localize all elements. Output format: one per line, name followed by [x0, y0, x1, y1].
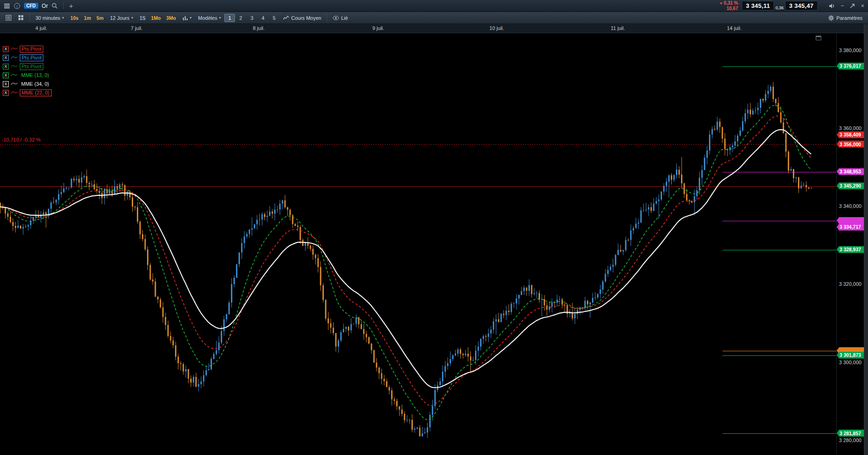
models-dropdown[interactable]: Modèles▾	[195, 14, 224, 22]
range-preset-button[interactable]: 1S	[137, 14, 148, 22]
indicator-label[interactable]: MME (34, 0)	[20, 81, 51, 87]
page-list-icon[interactable]	[3, 13, 14, 22]
chart-type-icon	[182, 15, 188, 21]
change-absolute: 10,67	[727, 6, 738, 11]
price-tick-label: 3 280,000	[839, 437, 862, 443]
indicator-label[interactable]: MME (13, 0)	[20, 72, 51, 78]
remove-indicator-button[interactable]: X	[3, 55, 9, 61]
legend-row: XMME (13, 0)	[3, 71, 52, 79]
close-button[interactable]: ×	[861, 3, 864, 9]
average-icon	[283, 16, 289, 20]
price-level-badge: 3 376,017	[837, 63, 864, 70]
change-percent: 0,31 %	[724, 0, 738, 6]
date-tick-label: 14 juil.	[727, 25, 742, 31]
divider	[29, 14, 30, 21]
search-icon[interactable]	[52, 3, 58, 9]
chevron-down-icon: ▾	[190, 16, 192, 20]
indicator-line-icon	[11, 82, 18, 86]
price-tick-label: 3 380,000	[839, 47, 862, 53]
spread-value: 0,36	[775, 6, 784, 10]
price-axis[interactable]: 3 380,0003 360,0003 340,0003 320,0003 30…	[836, 33, 864, 455]
add-tab-button[interactable]: +	[69, 3, 73, 9]
timeframe-dropdown[interactable]: 30 minutes▾	[33, 14, 67, 22]
layout-button[interactable]: 5	[269, 14, 279, 22]
indicator-label[interactable]: Pts Pivot	[20, 46, 43, 53]
legend-row: XPts Pivot	[3, 63, 52, 70]
remove-indicator-button[interactable]: X	[3, 81, 9, 87]
menu-icon[interactable]	[4, 3, 10, 9]
legend-row: XMME (22, 0)	[3, 89, 52, 96]
indicator-label[interactable]: Pts Pivot	[20, 54, 43, 61]
date-tick-label: 9 juil.	[372, 25, 384, 31]
price-tick-label: 3 340,000	[839, 203, 862, 209]
indicator-label[interactable]: MME (22, 0)	[20, 89, 52, 96]
minimize-button[interactable]: −	[841, 3, 845, 9]
price-level-badge-hidden	[837, 217, 864, 224]
indicator-line-icon	[11, 55, 18, 60]
time-preset-button[interactable]: 1m	[81, 14, 94, 22]
down-triangle-icon: ▼	[719, 1, 723, 6]
layout-button[interactable]: 3	[247, 14, 257, 22]
price-level-badge: 3 281,857	[837, 430, 864, 437]
layout-button[interactable]: 4	[258, 14, 268, 22]
divider	[63, 2, 64, 9]
remove-indicator-button[interactable]: X	[3, 64, 9, 70]
time-preset-button[interactable]: 10s	[68, 14, 82, 22]
date-tick-label: 4 juil.	[35, 25, 47, 31]
chevron-down-icon: ▾	[219, 16, 221, 20]
indicator-line-icon	[11, 73, 18, 77]
indicator-line-icon	[11, 47, 18, 51]
date-axis[interactable]: 4 juil.7 juil.8 juil.9 juil.10 juil.11 j…	[0, 24, 868, 33]
time-presets: 10s1m5m	[68, 14, 106, 22]
detach-icon[interactable]	[815, 34, 821, 42]
remove-indicator-button[interactable]: X	[3, 72, 9, 78]
indicator-label[interactable]: Pts Pivot	[20, 63, 43, 70]
remove-indicator-button[interactable]: X	[3, 90, 9, 96]
indicator-legend: XPts PivotXPts PivotXPts PivotXMME (13, …	[3, 45, 52, 96]
date-tick-label: 7 juil.	[131, 25, 143, 31]
ask-price: 3 345,47	[785, 1, 818, 11]
layout-button[interactable]: 1	[224, 14, 235, 22]
legend-row: XPts Pivot	[3, 54, 52, 61]
price-level-badge: 3 348,953	[837, 168, 864, 175]
range-dropdown[interactable]: 12 Jours▾	[107, 14, 136, 22]
price-chart-canvas[interactable]	[0, 33, 836, 455]
price-level-badge: 3 334,717	[837, 224, 864, 230]
date-tick-label: 11 juil.	[610, 25, 625, 31]
settings-button[interactable]: Paramètres	[825, 13, 865, 23]
change-annotation: -10,710 / -0.32 %	[2, 137, 41, 142]
price-tick-label: 3 360,000	[839, 125, 862, 131]
remove-indicator-button[interactable]: X	[3, 46, 9, 52]
trading-app: i CFD Or + ▼0,31 % 10,67 3 345,11 0,36 3…	[0, 0, 868, 455]
chart-toolbar: 30 minutes▾ 10s1m5m 12 Jours▾ 1S1Mo3Mo ▾…	[0, 12, 868, 24]
bid-price: 3 345,11	[742, 1, 774, 11]
price-tick-label: 3 300,000	[839, 360, 862, 365]
side-panel-handle[interactable]	[864, 24, 868, 455]
time-preset-button[interactable]: 5m	[94, 14, 106, 22]
average-price-button[interactable]: Cours Moyen	[280, 14, 324, 22]
legend-row: XPts Pivot	[3, 45, 52, 53]
chart-body: XPts PivotXPts PivotXPts PivotXMME (13, …	[0, 33, 868, 455]
price-level-badge: 3 345,290	[837, 183, 864, 189]
layout-grid-icon[interactable]	[15, 13, 27, 22]
title-bar: i CFD Or + ▼0,31 % 10,67 3 345,11 0,36 3…	[0, 0, 868, 12]
divider	[327, 14, 327, 21]
linked-toggle[interactable]: Lié	[330, 14, 351, 22]
chart-area: 4 juil.7 juil.8 juil.9 juil.10 juil.11 j…	[0, 24, 868, 455]
info-icon[interactable]: i	[14, 3, 20, 9]
layout-button[interactable]: 2	[236, 14, 246, 22]
price-level-badge: 3 328,937	[837, 246, 864, 253]
eye-icon	[333, 16, 339, 20]
range-preset-button[interactable]: 3Mo	[164, 14, 179, 22]
date-tick-label: 8 juil.	[253, 25, 265, 31]
gear-icon	[828, 15, 834, 21]
layout-number-buttons: 12345	[224, 14, 279, 22]
chevron-down-icon: ▾	[131, 16, 133, 20]
chart-type-dropdown[interactable]: ▾	[180, 14, 194, 22]
sound-icon[interactable]	[829, 3, 835, 9]
instrument-type-badge: CFD	[24, 3, 38, 9]
indicator-line-icon	[11, 90, 18, 95]
indicator-line-icon	[11, 64, 18, 69]
fullscreen-button[interactable]	[850, 3, 855, 9]
range-preset-button[interactable]: 1Mo	[148, 14, 164, 22]
